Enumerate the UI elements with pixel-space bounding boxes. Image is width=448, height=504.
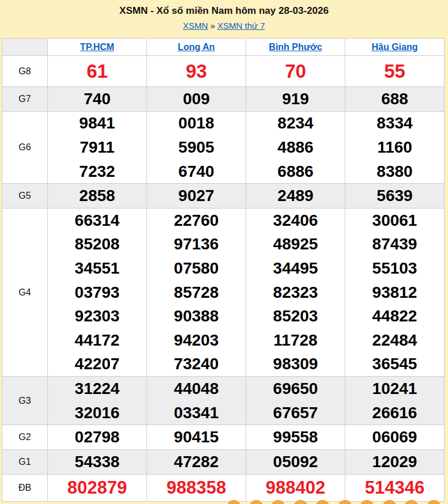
province-link-longan[interactable]: Long An	[178, 42, 214, 52]
result-number: 10241	[345, 377, 444, 401]
result-number: 90388	[147, 304, 246, 328]
result-number: 688	[345, 87, 444, 111]
result-number: 55103	[345, 256, 444, 281]
result-number: 9841	[48, 112, 146, 136]
result-number: 5639	[345, 184, 444, 208]
result-number: 99558	[246, 425, 345, 449]
province-link-binhphuoc[interactable]: Bình Phước	[269, 42, 322, 52]
result-cell: 833411608380	[345, 111, 445, 184]
result-number: 22760	[147, 209, 246, 233]
result-number: 802879	[48, 475, 146, 501]
result-cell: 802879	[48, 474, 147, 501]
result-cell: 2858	[48, 184, 147, 209]
prize-label: G3	[2, 377, 48, 425]
result-number: 988358	[147, 475, 246, 501]
result-cell: 988402	[246, 474, 345, 501]
result-cell: 984179117232	[48, 111, 147, 184]
result-number: 919	[246, 87, 345, 111]
result-number: 2489	[246, 184, 345, 208]
prize-label: G5	[2, 184, 48, 209]
result-number: 8334	[345, 112, 444, 136]
result-number: 11728	[246, 328, 345, 353]
result-number: 9027	[147, 184, 246, 208]
result-number: 26616	[345, 401, 444, 425]
result-number: 740	[48, 87, 146, 111]
province-link-haugiang[interactable]: Hậu Giang	[371, 42, 417, 52]
table-row: G154338472820509212029	[2, 449, 445, 474]
prize-label: G1	[2, 449, 48, 474]
result-number: 02798	[48, 425, 146, 449]
breadcrumb-link-xsmn-thu7[interactable]: XSMN thứ 7	[217, 21, 265, 31]
result-cell: 5639	[345, 184, 445, 209]
prize-label: G7	[2, 87, 48, 112]
result-number: 34551	[48, 256, 146, 281]
corner-cell	[2, 39, 48, 56]
result-number: 85208	[48, 233, 146, 257]
result-number: 44822	[345, 304, 444, 328]
page-header: XSMN - Xổ số miền Nam hôm nay 28-03-2026…	[0, 0, 448, 31]
result-number: 03793	[48, 281, 146, 305]
table-header-row: TP.HCM Long An Bình Phước Hậu Giang	[2, 39, 445, 56]
result-number: 67657	[246, 401, 345, 425]
result-cell: 90415	[147, 425, 246, 450]
prize-label: ĐB	[2, 474, 48, 501]
lotto-ball-icon	[382, 500, 397, 504]
prize-label: G8	[2, 56, 48, 87]
result-cell: 61	[48, 56, 147, 87]
result-cell: 06069	[345, 425, 445, 450]
result-cell: 54338	[48, 449, 147, 474]
result-number: 22484	[345, 328, 444, 353]
lotto-ball-icon	[271, 500, 285, 504]
result-cell: 688	[345, 87, 445, 112]
lotto-ball-icon	[404, 500, 419, 504]
column-header-tphcm: TP.HCM	[48, 39, 147, 56]
result-number: 48925	[246, 233, 345, 257]
result-number: 44172	[48, 328, 146, 353]
breadcrumb-separator: »	[210, 21, 215, 31]
result-number: 05092	[246, 450, 345, 474]
result-cell: 9027	[147, 184, 246, 209]
result-number: 8380	[345, 160, 444, 184]
breadcrumb-link-xsmn[interactable]: XSMN	[183, 21, 208, 31]
result-number: 97136	[147, 233, 246, 257]
result-number: 009	[147, 87, 246, 111]
result-cell: 988358	[147, 474, 246, 501]
prize-label: G2	[2, 425, 48, 450]
result-cell: 55	[345, 56, 445, 87]
result-number: 82323	[246, 281, 345, 305]
result-number: 2858	[48, 184, 146, 208]
page-title: XSMN - Xổ số miền Nam hôm nay 28-03-2026	[0, 5, 448, 17]
column-header-haugiang: Hậu Giang	[345, 39, 445, 56]
lotto-ball-icon	[227, 500, 241, 504]
result-number: 87439	[345, 233, 444, 257]
result-number: 7911	[48, 135, 146, 160]
table-row: ĐB802879988358988402514346	[2, 474, 445, 501]
table-row: G52858902724895639	[2, 184, 445, 209]
result-number: 6886	[246, 160, 345, 184]
result-number: 36545	[345, 353, 444, 377]
result-number: 44048	[147, 377, 246, 401]
table-row: G698417911723200185905674082344886688683…	[2, 111, 445, 184]
result-number: 1160	[345, 135, 444, 160]
result-cell: 001859056740	[147, 111, 246, 184]
lotto-balls-row	[0, 500, 448, 504]
result-cell: 47282	[147, 449, 246, 474]
result-cell: 009	[147, 87, 246, 112]
result-cell: 2489	[246, 184, 345, 209]
result-number: 988402	[246, 475, 345, 501]
prize-label: G6	[2, 111, 48, 184]
result-cell: 4404803341	[147, 377, 246, 425]
result-cell: 99558	[246, 425, 345, 450]
result-number: 70	[246, 56, 345, 86]
result-cell: 22760971360758085728903889420373240	[147, 208, 246, 376]
result-cell: 823448866886	[246, 111, 345, 184]
result-number: 07580	[147, 256, 246, 281]
result-number: 94203	[147, 328, 246, 353]
column-header-binhphuoc: Bình Phước	[246, 39, 345, 56]
province-link-tphcm[interactable]: TP.HCM	[80, 42, 114, 52]
column-header-longan: Long An	[147, 39, 246, 56]
results-table-body: G861937055G7740009919688G698417911723200…	[2, 56, 445, 502]
result-number: 66314	[48, 209, 146, 233]
result-number: 0018	[147, 112, 246, 136]
result-cell: 93	[147, 56, 246, 87]
